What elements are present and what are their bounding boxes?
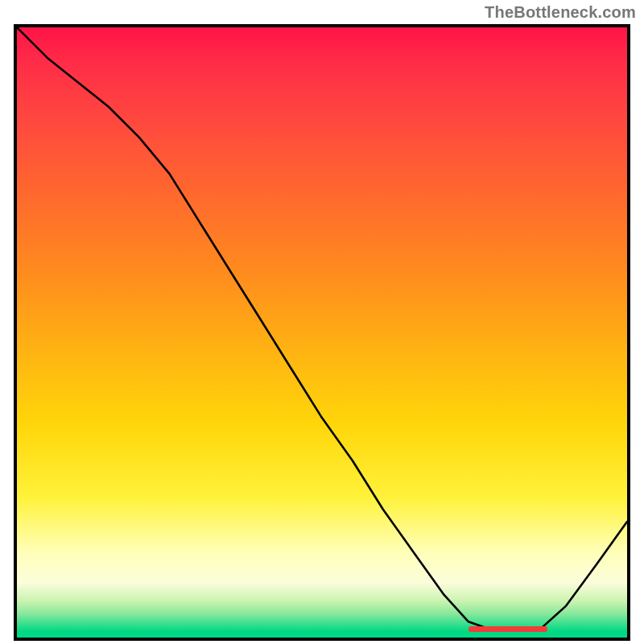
bottleneck-curve	[17, 27, 627, 638]
chart-container: TheBottleneck.com	[0, 0, 644, 644]
plot-area	[14, 24, 630, 641]
source-attribution: TheBottleneck.com	[485, 3, 636, 22]
optimum-marker	[469, 626, 548, 632]
